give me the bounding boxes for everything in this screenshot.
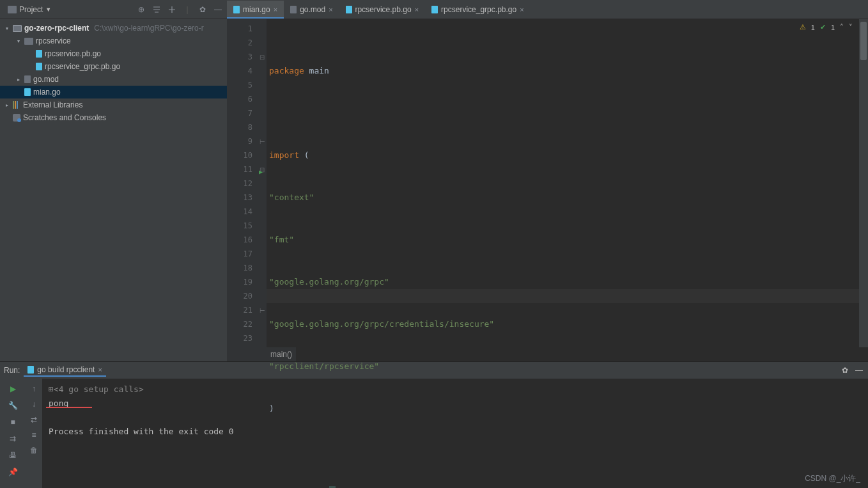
layout-icon[interactable]: ⇉ (8, 434, 18, 444)
tab-label: mian.go (243, 5, 270, 14)
tab-label: rpcservice.pb.go (355, 5, 412, 14)
close-icon[interactable]: × (98, 366, 102, 374)
run-panel: Run: go build rpcclient × ✿ — ▶ 🔧 ■ ⇉ 🖶 … (0, 361, 868, 488)
divider: | (182, 4, 192, 15)
tree-label: go.mod (33, 75, 59, 84)
code-editor[interactable]: 1234567891011▶121314151617181920212223 ⊟… (227, 19, 868, 361)
run-label: Run: (4, 366, 20, 375)
tree-label: mian.go (33, 88, 61, 97)
editor-status: ⚠1 ✔1 ˄ ˅ (800, 23, 853, 31)
chevron-down-icon[interactable]: ˅ (849, 23, 853, 31)
tree-scratches[interactable]: Scratches and Consoles (0, 111, 227, 124)
target-icon[interactable]: ⊕ (136, 4, 146, 15)
tree-label: rpcservice_grpc.pb.go (45, 62, 120, 71)
run-toolbar-2: ↑ ↓ ⇄ ≡ 🗑 (26, 379, 42, 488)
tree-label: Scratches and Consoles (23, 113, 106, 122)
tree-external-libs[interactable]: ▸ External Libraries (0, 98, 227, 111)
line-gutter: 1234567891011▶121314151617181920212223 (227, 19, 258, 361)
close-icon[interactable]: × (415, 6, 419, 13)
folder-icon (13, 25, 22, 32)
expand-icon[interactable] (167, 4, 177, 15)
go-file-icon (346, 6, 352, 13)
annotation-underline (46, 407, 92, 408)
tab-pb[interactable]: rpcservice.pb.go × (339, 1, 425, 19)
project-path: C:\xwh\go-learn\gRPC\go-zero-r (94, 24, 203, 33)
folder-icon (8, 6, 17, 13)
close-icon[interactable]: × (520, 6, 523, 13)
scrollbar-thumb[interactable] (860, 22, 867, 60)
go-file-icon (290, 6, 297, 13)
wrench-icon[interactable]: 🔧 (8, 400, 18, 411)
tree-file-gomod[interactable]: ▸ go.mod (0, 73, 227, 86)
top-bar: Project ▼ ⊕ | ✿ — mian.go × (0, 0, 868, 19)
scratch-icon (13, 114, 20, 122)
chevron-right-icon[interactable]: ▸ (4, 102, 10, 108)
up-icon[interactable]: ↑ (29, 384, 39, 394)
tree-label: External Libraries (23, 100, 82, 109)
go-file-icon (24, 88, 31, 96)
warning-icon[interactable]: ⚠ (800, 23, 806, 31)
check-icon[interactable]: ✔ (820, 23, 826, 31)
go-file-icon (36, 50, 42, 58)
fold-icon[interactable]: ⊟ (258, 50, 267, 64)
chevron-right-icon[interactable]: ▸ (15, 77, 22, 83)
run-toolbar-1: ▶ 🔧 ■ ⇉ 🖶 📌 (0, 379, 26, 488)
close-icon[interactable]: × (329, 6, 332, 13)
down-icon[interactable]: ↓ (29, 399, 39, 409)
trash-icon[interactable]: 🗑 (29, 445, 39, 455)
tab-gomod[interactable]: go.mod × (284, 1, 339, 19)
run-icon[interactable]: ▶ (8, 384, 18, 394)
fold-gutter: ⊟⊢⊟⊢ (258, 19, 267, 361)
run-gutter-icon[interactable]: ▶ (259, 165, 263, 179)
print-icon[interactable]: 🖶 (8, 450, 18, 460)
wrap-icon[interactable]: ⇄ (29, 414, 39, 425)
run-tab-label: go build rpcclient (37, 365, 95, 374)
tree-file-pb[interactable]: rpcservice.pb.go (0, 47, 227, 60)
chevron-down-icon[interactable]: ▾ (4, 26, 10, 31)
close-icon[interactable]: × (274, 6, 277, 13)
chevron-down-icon: ▼ (45, 6, 51, 13)
go-file-icon (431, 6, 438, 13)
chevron-up-icon[interactable]: ˄ (840, 23, 844, 31)
chevron-down-icon[interactable]: ▾ (15, 38, 22, 44)
code-area[interactable]: package main import ( "context" "fmt" "g… (267, 19, 868, 361)
run-output[interactable]: ⊞<4 go setup calls> pong Process finishe… (42, 379, 868, 488)
breadcrumb[interactable]: main() (267, 347, 296, 361)
tab-grpc[interactable]: rpcservice_grpc.pb.go × (425, 1, 531, 19)
go-file-icon (233, 6, 240, 13)
collapse-icon[interactable] (151, 4, 162, 15)
watermark: CSDN @_小许_ (805, 473, 860, 484)
hide-icon[interactable]: — (213, 4, 223, 15)
scroll-icon[interactable]: ≡ (29, 430, 39, 440)
go-file-icon (27, 366, 34, 374)
sidebar-header: Project ▼ ⊕ | ✿ — (0, 0, 227, 19)
folder-icon (24, 38, 33, 45)
pin-icon[interactable]: 📌 (8, 467, 18, 477)
project-tree[interactable]: ▾ go-zero-rpc-client C:\xwh\go-learn\gRP… (0, 19, 227, 361)
tree-file-main[interactable]: mian.go (0, 86, 227, 98)
project-selector[interactable]: Project ▼ (4, 4, 55, 15)
tree-label: rpcservice (36, 36, 71, 45)
tree-label: rpcservice.pb.go (45, 49, 101, 58)
tab-main[interactable]: mian.go × (227, 1, 284, 19)
tree-file-grpc[interactable]: rpcservice_grpc.pb.go (0, 60, 227, 73)
scrollbar[interactable] (859, 19, 868, 347)
stop-icon[interactable]: ■ (8, 417, 18, 427)
library-icon (13, 101, 20, 109)
tab-label: rpcservice_grpc.pb.go (441, 5, 516, 14)
tab-label: go.mod (300, 5, 325, 14)
project-name: go-zero-rpc-client (24, 24, 89, 33)
gear-icon[interactable]: ✿ (198, 4, 208, 15)
go-file-icon (36, 63, 42, 70)
editor-tabs: mian.go × go.mod × rpcservice.pb.go × rp… (227, 0, 868, 19)
tree-folder-rpcservice[interactable]: ▾ rpcservice (0, 35, 227, 47)
run-tab[interactable]: go build rpcclient × (24, 364, 106, 377)
file-icon (24, 75, 31, 83)
tree-project-root[interactable]: ▾ go-zero-rpc-client C:\xwh\go-learn\gRP… (0, 22, 227, 35)
project-label: Project (19, 5, 43, 14)
